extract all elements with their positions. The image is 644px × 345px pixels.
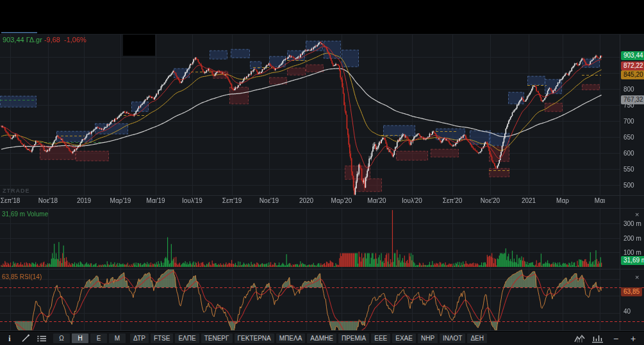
- symbol-tab-ΙΝΛΟΤ[interactable]: ΙΝΛΟΤ: [440, 333, 465, 343]
- period-button-M[interactable]: M: [109, 333, 126, 343]
- time-axis-label: Μαι'19: [146, 197, 165, 204]
- price-axis-label: 650: [623, 134, 634, 141]
- time-axis-label: Μαρ: [556, 197, 569, 204]
- trading-terminal: 903,44ΓΔ.gr-9,68 -1,06% ZTRADE 31,69 m V…: [0, 0, 644, 345]
- svg-text:i: i: [8, 334, 11, 342]
- symbol-tab-ΓΕΚΤΕΡΝΑ[interactable]: ΓΕΚΤΕΡΝΑ: [235, 333, 274, 343]
- time-axis-label: Μαρ'20: [331, 197, 352, 204]
- period-buttons-group: ΩHEM: [53, 333, 126, 343]
- price-axis-label: 600: [623, 150, 634, 157]
- symbol-tabs-group: ΔΤΡFTSEΕΛΠΕΤΕΝΕΡΓΓΕΚΤΕΡΝΑΜΠΕΛΑΑΔΜΗΕΠΡΕΜΙ…: [130, 333, 487, 343]
- rsi-pane-close-icon[interactable]: ×: [635, 274, 639, 280]
- period-button-E[interactable]: E: [90, 333, 107, 343]
- time-axis-label: Νοε'19: [260, 197, 279, 204]
- period-button-H[interactable]: H: [72, 333, 88, 343]
- blackout-box: [123, 35, 155, 56]
- price-axis-label: 40: [623, 308, 631, 315]
- price-axis-label: 500: [623, 182, 634, 189]
- time-axis-label: Σεπ'18: [1, 197, 21, 204]
- drawing-tools-group: i: [3, 333, 49, 343]
- price-axis-label: 300 m: [623, 220, 641, 227]
- price-change-percent: -1,06%: [64, 36, 87, 44]
- toolbar-pencil-button[interactable]: [19, 333, 33, 343]
- symbol-tab-ΕΧΑΕ[interactable]: ΕΧΑΕ: [392, 333, 416, 343]
- time-axis-label: 2019: [77, 197, 91, 204]
- rsi-legend: 63,85 RSI(14): [2, 273, 42, 280]
- time-axis-label: Νοε'18: [38, 197, 58, 204]
- time-axis-label: Νοε'20: [481, 197, 500, 204]
- price-axis-badge: 63,85: [621, 287, 642, 296]
- active-tab-indicator: [1, 32, 37, 33]
- toolbar-watchlist-button[interactable]: [35, 333, 49, 343]
- symbol-tab-ΜΠΕΛΑ[interactable]: ΜΠΕΛΑ: [276, 333, 306, 343]
- symbol-tab-ΔΤΡ[interactable]: ΔΤΡ: [130, 333, 149, 343]
- time-axis-label: Μαι'20: [367, 197, 386, 204]
- symbol-tab-ΝΗΡ[interactable]: ΝΗΡ: [418, 333, 438, 343]
- ztrade-watermark: ZTRADE: [3, 188, 30, 194]
- watchlist-icon: [37, 335, 47, 342]
- time-axis-label: Σεπ'20: [443, 197, 463, 204]
- time-axis-label: Μαι: [595, 197, 605, 204]
- volume-pane-close-icon[interactable]: ×: [635, 211, 639, 218]
- chart-controls-group: −+: [572, 333, 640, 343]
- toolbar-zoom-in-button[interactable]: +: [626, 333, 640, 343]
- symbol-tab-ΕΕΕ[interactable]: ΕΕΕ: [371, 333, 390, 343]
- top-bar: [0, 0, 644, 35]
- symbol-legend[interactable]: 903,44ΓΔ.gr-9,68 -1,06%: [3, 36, 88, 44]
- last-price: 903,44: [3, 36, 24, 44]
- bottom-toolbar: i ΩHEM ΔΤΡFTSEΕΛΠΕΤΕΝΕΡΓΓΕΚΤΕΡΝΑΜΠΕΛΑΑΔΜ…: [0, 332, 644, 345]
- price-axis-badge: 872,22: [621, 61, 644, 70]
- period-button-Ω[interactable]: Ω: [53, 333, 70, 343]
- toolbar-histogram-button[interactable]: [590, 333, 606, 343]
- price-change: -9,68: [44, 36, 60, 44]
- volume-legend: 31,69 m Volume: [2, 211, 48, 218]
- price-axis-label: 700: [623, 118, 634, 125]
- symbol-tab-FTSE[interactable]: FTSE: [151, 333, 174, 343]
- price-axis-label: 800: [623, 86, 634, 93]
- chart-canvas[interactable]: [0, 0, 644, 345]
- candlestick-chart-icon: [574, 334, 585, 343]
- price-axis-badge: 31,69 m: [621, 256, 644, 265]
- price-axis-label: 100 m: [623, 249, 641, 256]
- toolbar-candlestick-chart-button[interactable]: [572, 333, 587, 343]
- time-axis-label: 2021: [522, 197, 536, 204]
- time-axis-label: Μαρ'19: [110, 197, 131, 204]
- pencil-icon: [21, 334, 30, 342]
- price-axis-label: 200 m: [623, 235, 641, 242]
- toolbar-info-button[interactable]: i: [3, 333, 17, 343]
- time-axis-label: Ιουλ'19: [182, 197, 202, 204]
- price-axis-badge: 845,20: [621, 70, 644, 79]
- price-axis-label: 550: [623, 166, 634, 173]
- price-axis-badge: 903,44: [621, 51, 644, 60]
- symbol-tab-ΔΕΗ[interactable]: ΔΕΗ: [467, 333, 487, 343]
- symbol-name: ΓΔ.gr: [26, 36, 42, 44]
- price-axis-badge: 767,32: [621, 95, 644, 104]
- info-icon: i: [6, 334, 13, 342]
- time-axis-label: Σεπ'19: [222, 197, 242, 204]
- symbol-tab-ΤΕΝΕΡΓ[interactable]: ΤΕΝΕΡΓ: [201, 333, 233, 343]
- toolbar-zoom-out-button[interactable]: −: [609, 333, 623, 343]
- time-axis-label: Ιουλ'20: [402, 197, 422, 204]
- symbol-tab-ΑΔΜΗΕ[interactable]: ΑΔΜΗΕ: [307, 333, 336, 343]
- symbol-tab-ΠΡΕΜΙΑ[interactable]: ΠΡΕΜΙΑ: [338, 333, 369, 343]
- histogram-icon: [592, 334, 604, 343]
- time-axis-label: 2020: [299, 197, 313, 204]
- symbol-tab-ΕΛΠΕ[interactable]: ΕΛΠΕ: [175, 333, 199, 343]
